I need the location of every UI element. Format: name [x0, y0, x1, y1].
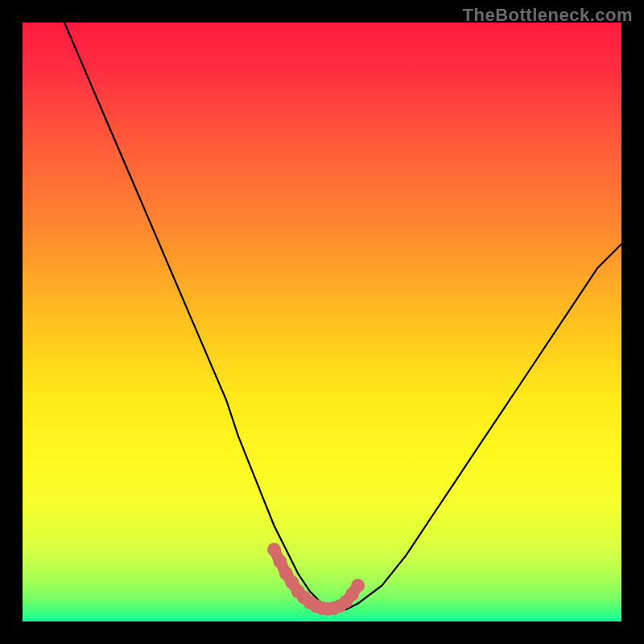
- watermark-text: TheBottleneck.com: [463, 5, 633, 26]
- svg-point-0: [267, 543, 281, 556]
- plot-area: [23, 23, 621, 621]
- plot-svg: [23, 23, 621, 621]
- svg-point-14: [351, 579, 365, 592]
- svg-point-1: [273, 555, 287, 568]
- gradient-bg: [23, 23, 621, 621]
- chart-frame: TheBottleneck.com: [0, 0, 644, 644]
